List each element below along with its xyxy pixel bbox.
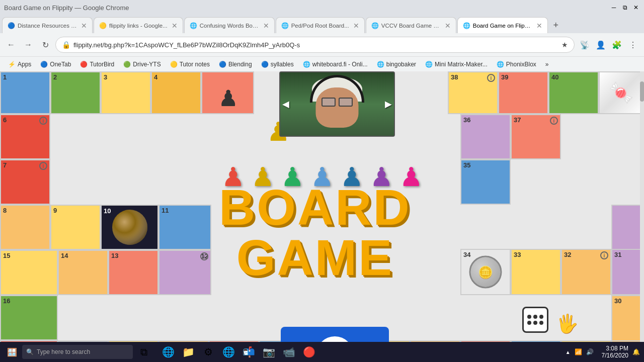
cell-30b[interactable]: 30 (611, 295, 644, 341)
cell-33[interactable]: 33 (511, 249, 561, 295)
taskbar-network[interactable]: 📶 (575, 348, 582, 355)
bookmark-onetab[interactable]: 🔵 OneTab (36, 60, 75, 69)
piece-red[interactable]: ♟ (221, 162, 245, 192)
url-bar[interactable]: 🔒 flippity.net/bg.php?k=1CAspoWCY_fLBe6P… (55, 37, 575, 53)
taskbar-chrome[interactable]: 🌐 (219, 343, 237, 361)
piece-blue2[interactable]: ♟ (340, 162, 364, 192)
cell-36-left[interactable]: 36 (460, 114, 511, 159)
cell-2[interactable]: 2 (50, 71, 101, 114)
piece-gold[interactable]: ♟ (251, 162, 275, 192)
taskbar-sound[interactable]: 🔊 (586, 348, 594, 355)
board-title-line2: GAME (219, 232, 411, 283)
cell-3[interactable]: 3 (101, 71, 151, 114)
bookmark-bingobaker[interactable]: 🌐 bingobaker (373, 60, 420, 69)
piece-pink[interactable]: ♟ (399, 162, 423, 192)
taskbar-taskview[interactable]: ⧉ (135, 343, 153, 361)
taskbar-chevron[interactable]: ▲ (566, 349, 571, 355)
bookmark-drive[interactable]: 🟢 Drive-YTS (119, 60, 165, 69)
cell-1[interactable]: 1 (0, 71, 50, 114)
tab-close-4[interactable]: ✕ (353, 22, 359, 30)
taskbar-zoom[interactable]: 📹 (280, 343, 298, 361)
info-38[interactable]: i (487, 74, 495, 82)
bookmark-minimatrix[interactable]: 🌐 Mini Matrix-Maker... (421, 60, 492, 69)
tab-5[interactable]: 🌐 VCCV Board Game o... ✕ (366, 17, 456, 33)
cell-7[interactable]: 7 i (0, 159, 50, 205)
bookmark-whiteboard[interactable]: 🌐 whiteboard.fi - Onli... (299, 60, 372, 69)
reload-button[interactable]: ↻ (38, 38, 52, 52)
info-7[interactable]: i (39, 162, 47, 170)
info-37[interactable]: i (550, 117, 558, 125)
new-tab-button[interactable]: + (549, 18, 563, 32)
bookmark-blending[interactable]: 🔵 Blending (215, 60, 256, 69)
tab-3[interactable]: 🌐 Confusing Words Boa... ✕ (184, 17, 275, 33)
start-button[interactable]: 🪟 (4, 344, 20, 360)
close-button[interactable]: ✕ (632, 4, 640, 12)
forward-button[interactable]: → (21, 38, 35, 52)
taskbar-settings[interactable]: ⚙ (199, 343, 217, 361)
taskbar-edge[interactable]: 🌐 (159, 343, 177, 361)
back-button[interactable]: ← (4, 38, 18, 52)
tab-close-6[interactable]: ✕ (536, 22, 542, 30)
cell-32[interactable]: 32 i (561, 249, 611, 295)
taskbar-notification[interactable]: 🔔 (632, 348, 640, 355)
dice-button[interactable] (522, 307, 548, 333)
cell-8[interactable]: 8 (0, 205, 50, 250)
cell-37[interactable]: 37 i (511, 114, 561, 159)
taskbar-files[interactable]: 📁 (179, 343, 197, 361)
tab-6[interactable]: 🌐 Board Game on Flipp... ✕ (457, 17, 548, 33)
tab-close-5[interactable]: ✕ (445, 22, 451, 30)
cell-39[interactable]: 39 (498, 71, 548, 114)
video-prev-button[interactable]: ◀ (282, 99, 289, 110)
menu-icon[interactable]: ⋮ (626, 38, 640, 52)
cell-15[interactable]: 15 (0, 250, 58, 295)
piece-blue1[interactable]: ♟ (310, 162, 334, 192)
cell-10[interactable]: 10 (101, 205, 158, 250)
tab-2[interactable]: 🟡 flippity links - Google... ✕ (94, 17, 183, 33)
scrollbar-thumb[interactable] (640, 81, 644, 102)
bookmark-tutornotes[interactable]: 🟡 Tutor notes (166, 60, 214, 69)
cell-38[interactable]: 38i (448, 71, 498, 114)
maximize-button[interactable]: ⧉ (621, 4, 629, 12)
piece-purple[interactable]: ♟ (370, 162, 393, 192)
cell-34[interactable]: 34 🪙 (460, 249, 511, 295)
cell-14[interactable]: 14 (58, 250, 108, 295)
cell-12[interactable]: 12 i (158, 250, 211, 295)
bookmark-syllables[interactable]: 🔵 syllables (257, 60, 298, 69)
info-12[interactable]: i (200, 252, 208, 260)
tab-close-3[interactable]: ✕ (263, 22, 269, 30)
piece-green[interactable]: ♟ (281, 162, 304, 192)
bookmark-more[interactable]: » (541, 60, 553, 69)
tab-label-5: VCCV Board Game o... (381, 23, 441, 29)
cell-4[interactable]: 4 (151, 71, 201, 114)
video-next-button[interactable]: ▶ (385, 99, 392, 110)
tab-close-1[interactable]: ✕ (81, 22, 87, 30)
cell-13[interactable]: 13 (108, 250, 158, 295)
cell-9[interactable]: 9 (50, 205, 101, 250)
taskbar-chrome2[interactable]: 🔴 (300, 343, 318, 361)
taskbar-search[interactable]: 🔍 Type here to search (22, 345, 133, 359)
hand-cursor-button[interactable]: 🖐 (556, 313, 579, 334)
cast-icon[interactable]: 📡 (578, 38, 592, 52)
tab-close-2[interactable]: ✕ (172, 22, 178, 30)
taskbar-mail[interactable]: 📬 (239, 343, 258, 361)
bookmark-phonixblox[interactable]: 🌐 PhonixBlox (493, 60, 540, 69)
bookmark-apps[interactable]: ⚡ Apps (4, 60, 35, 69)
cell-31[interactable]: 31 (611, 249, 644, 295)
tab-4[interactable]: 🌐 Ped/Pod Root Board... ✕ (276, 17, 365, 33)
cell-5-top[interactable]: ♟ (201, 71, 254, 114)
info-6[interactable]: i (39, 117, 47, 125)
cell-40[interactable]: 40 (548, 71, 599, 114)
cell-16[interactable]: 16 (0, 295, 58, 340)
minimize-button[interactable]: ─ (610, 4, 618, 12)
scrollbar-track[interactable] (640, 71, 644, 362)
extensions-icon[interactable]: 🧩 (610, 38, 624, 52)
cell-35[interactable]: 35 (460, 159, 511, 205)
info-32[interactable]: i (600, 251, 608, 259)
bookmark-tutorbird[interactable]: 🔴 TutorBird (76, 60, 118, 69)
tab-1[interactable]: 🔵 Distance Resources fo... ✕ (2, 17, 93, 33)
profile-icon[interactable]: 👤 (594, 38, 608, 52)
taskbar-search-icon: 🔍 (26, 348, 34, 355)
cell-6[interactable]: 6 i (0, 114, 50, 159)
taskbar-camera[interactable]: 📷 (260, 343, 278, 361)
cell-11[interactable]: 11 (158, 205, 211, 250)
